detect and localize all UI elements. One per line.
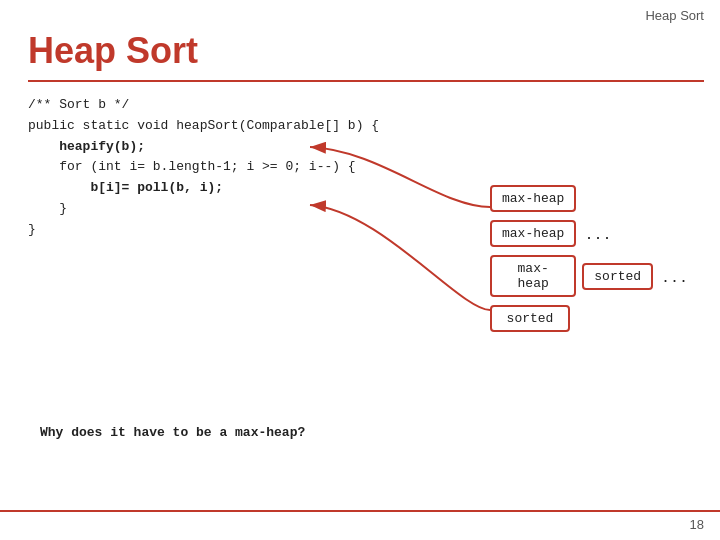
code-line-6: } [28, 199, 379, 220]
box-sorted-4: sorted [490, 305, 570, 332]
code-line-1: /** Sort b */ [28, 95, 379, 116]
box-sorted-3: sorted [582, 263, 653, 290]
box-maxheap-1: max-heap [490, 185, 576, 212]
dots-2: ... [653, 266, 690, 287]
box-maxheap-3: max-heap [490, 255, 576, 297]
dots-1: ... [576, 223, 613, 244]
heading-divider [28, 80, 704, 82]
code-line-4: for (int i= b.length-1; i >= 0; i--) { [28, 157, 379, 178]
diagram-row-1: max-heap [490, 185, 690, 212]
diagram-row-2: max-heap ... [490, 220, 690, 247]
main-heading: Heap Sort [28, 30, 198, 72]
code-block: /** Sort b */ public static void heapSor… [28, 95, 379, 241]
bottom-divider [0, 510, 720, 512]
code-line-7: } [28, 220, 379, 241]
diagram-area: max-heap max-heap ... max-heap sorted ..… [490, 185, 690, 340]
diagram-row-4: sorted [490, 305, 690, 332]
box-maxheap-2: max-heap [490, 220, 576, 247]
top-title: Heap Sort [645, 8, 704, 23]
page-number: 18 [690, 517, 704, 532]
diagram-row-3: max-heap sorted ... [490, 255, 690, 297]
code-line-5: b[i]= poll(b, i); [28, 178, 379, 199]
code-line-2: public static void heapSort(Comparable[]… [28, 116, 379, 137]
question-text: Why does it have to be a max-heap? [40, 425, 305, 440]
code-line-3: heapify(b); [28, 137, 379, 158]
